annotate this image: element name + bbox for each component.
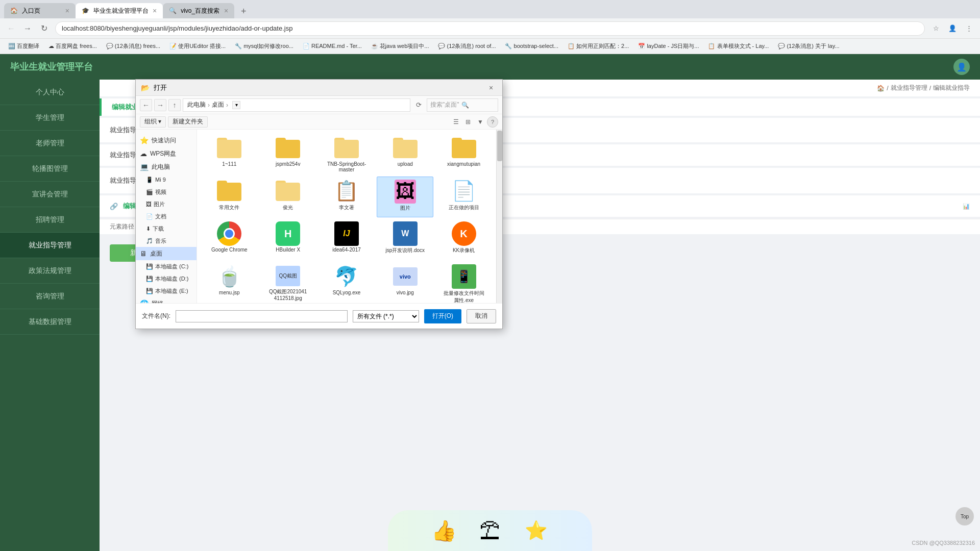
bookmark-3[interactable]: 💬 (12条消息) frees... bbox=[102, 41, 164, 52]
bookmark-10[interactable]: 📋 如何用正则匹配：2... bbox=[564, 41, 633, 52]
path-dropdown[interactable]: ▾ bbox=[232, 101, 240, 109]
path-desktop[interactable]: 桌面 bbox=[212, 101, 224, 109]
path-pc[interactable]: 此电脑 bbox=[187, 101, 206, 109]
nav-picture[interactable]: 🖼图片 bbox=[136, 198, 197, 210]
file-item-sqlyog[interactable]: 🐬 SQLyog.exe bbox=[318, 262, 375, 303]
sidebar-item-personal[interactable]: 个人中心 bbox=[0, 80, 100, 105]
browser-tab-3[interactable]: 🔍 vivo_百度搜索 × bbox=[163, 3, 234, 18]
nav-local-c[interactable]: 💾本地磁盘 (C:) bbox=[136, 260, 197, 272]
nav-quick-access[interactable]: ⭐快速访问 bbox=[136, 134, 197, 147]
bookmark-8[interactable]: 💬 (12条消息) root of... bbox=[434, 41, 500, 52]
dialog-up-btn[interactable]: ↑ bbox=[168, 99, 181, 111]
dialog-refresh-btn[interactable]: ⟳ bbox=[412, 99, 425, 111]
file-item-jspmb254v[interactable]: jspmb254v bbox=[260, 134, 316, 174]
file-item-batch[interactable]: 📱 批量修改文件时间属性.exe bbox=[435, 262, 492, 303]
file-item-changyong[interactable]: 常用文件 bbox=[201, 177, 258, 217]
nav-local-d[interactable]: 💾本地磁盘 (D:) bbox=[136, 272, 197, 285]
bookmark-2[interactable]: ☁ 百度网盘 frees... bbox=[44, 41, 101, 52]
file-item-xiangmu[interactable]: xiangmutupian bbox=[435, 134, 492, 174]
address-bar[interactable]: localhost:8080/biyeshengjuyeguanli/jsp/m… bbox=[55, 21, 925, 36]
sidebar-item-student[interactable]: 学生管理 bbox=[0, 105, 100, 131]
breadcrumb-home[interactable]: 🏠 bbox=[877, 85, 885, 92]
bookmark-1[interactable]: 🔤 百度翻译 bbox=[4, 41, 43, 52]
bookmark-12[interactable]: 📋 表单模块文式 - Lay... bbox=[704, 41, 773, 52]
nav-download[interactable]: ⬇下载 bbox=[136, 222, 197, 235]
sidebar-item-teacher[interactable]: 老师管理 bbox=[0, 131, 100, 156]
nav-network[interactable]: 🌐网络 bbox=[136, 297, 197, 303]
sidebar-item-recruit[interactable]: 招聘管理 bbox=[0, 207, 100, 233]
nav-music[interactable]: 🎵音乐 bbox=[136, 235, 197, 247]
sidebar-item-consult[interactable]: 咨询管理 bbox=[0, 284, 100, 309]
bookmark-button[interactable]: ☆ bbox=[929, 21, 943, 36]
new-folder-button[interactable]: 新建文件夹 bbox=[168, 116, 208, 128]
bookmark-13[interactable]: 💬 (12条消息) 关于 lay... bbox=[774, 41, 843, 52]
file-item-picture[interactable]: 🖼 图片 bbox=[377, 177, 433, 217]
file-item-menujsp[interactable]: 🍵 menu.jsp bbox=[201, 262, 258, 303]
forward-button[interactable]: → bbox=[20, 21, 35, 36]
browser-tab-2[interactable]: 🎓 毕业生就业管理平台 × bbox=[76, 3, 163, 18]
nav-local-e[interactable]: 💾本地磁盘 (E:) bbox=[136, 285, 197, 297]
file-item-wps-doc[interactable]: W jsp开发说明.docx bbox=[377, 219, 433, 260]
file-item-chrome[interactable]: Google Chrome bbox=[201, 219, 258, 260]
bookmark-7[interactable]: ☕ 花java web项目中... bbox=[367, 41, 433, 52]
file-item-upload[interactable]: upload bbox=[377, 134, 433, 174]
scroll-top-button[interactable]: Top bbox=[955, 507, 974, 525]
dialog-search[interactable]: 搜索"桌面" 🔍 bbox=[427, 98, 498, 112]
sidebar-item-carousel[interactable]: 轮播图管理 bbox=[0, 156, 100, 182]
tab3-close[interactable]: × bbox=[224, 7, 228, 15]
bookmark-9[interactable]: 🔧 bootstrap-select... bbox=[501, 41, 562, 52]
dialog-ok-button[interactable]: 打开(O) bbox=[424, 309, 461, 323]
browser-tab-1[interactable]: 🏠 入口页 × bbox=[4, 3, 76, 18]
dialog-scrollbar[interactable] bbox=[496, 130, 502, 303]
nav-doc[interactable]: 📄文档 bbox=[136, 210, 197, 222]
nav-video[interactable]: 🎬视频 bbox=[136, 186, 197, 198]
scrollbar-thumb[interactable] bbox=[497, 131, 502, 161]
new-tab-button[interactable]: + bbox=[236, 4, 251, 18]
nav-mi9[interactable]: 📱Mi 9 bbox=[136, 173, 197, 186]
refresh-button[interactable]: ↻ bbox=[37, 21, 51, 36]
dialog-cancel-button[interactable]: 取消 bbox=[467, 309, 496, 323]
like-button[interactable]: 👍 bbox=[429, 515, 459, 546]
organize-button[interactable]: 组织 ▾ bbox=[140, 116, 166, 128]
nav-desktop[interactable]: 🖥桌面 bbox=[136, 247, 197, 260]
file-item-hbuilder[interactable]: H HBuilder X bbox=[260, 219, 316, 260]
dialog-forward-btn[interactable]: → bbox=[154, 99, 166, 111]
bookmark-5[interactable]: 🔧 mysql如何修改roo... bbox=[231, 41, 298, 52]
breadcrumb-guidance[interactable]: 就业指导管理 bbox=[891, 84, 927, 92]
file-item-jungguang[interactable]: 俊光 bbox=[260, 177, 316, 217]
tab1-close[interactable]: × bbox=[65, 7, 69, 15]
back-button[interactable]: ← bbox=[4, 21, 18, 36]
file-item-kk[interactable]: K KK录像机 bbox=[435, 219, 492, 260]
dialog-back-btn[interactable]: ← bbox=[140, 99, 152, 111]
sidebar-item-announce[interactable]: 宣讲会管理 bbox=[0, 182, 100, 207]
star-button[interactable]: ⭐ bbox=[521, 515, 551, 546]
bookmark-11[interactable]: 📅 layDate - JS日期与... bbox=[634, 41, 703, 52]
filename-11: Google Chrome bbox=[211, 247, 248, 253]
dialog-close-button[interactable]: × bbox=[485, 82, 497, 94]
help-button[interactable]: ? bbox=[487, 116, 498, 128]
nav-wps[interactable]: ☁WPS网盘 bbox=[136, 147, 197, 160]
sidebar-item-basic[interactable]: 基础数据管理 bbox=[0, 309, 100, 335]
nav-pc[interactable]: 💻此电脑 bbox=[136, 160, 197, 173]
file-item-vivo[interactable]: vivo vivo.jpg bbox=[377, 262, 433, 303]
settings-button[interactable]: ⋮ bbox=[962, 21, 976, 36]
file-item-qq-img[interactable]: QQ截图 QQ截图20210414112518.jpg bbox=[260, 262, 316, 303]
view-grid-btn[interactable]: ⊞ bbox=[462, 116, 474, 128]
view-details-btn[interactable]: ▼ bbox=[475, 116, 486, 128]
filename-input[interactable] bbox=[176, 310, 348, 322]
sidebar-item-guidance[interactable]: 就业指导管理 bbox=[0, 233, 100, 258]
bookmark-4[interactable]: 📝 使用UEditor 搭接... bbox=[165, 41, 230, 52]
file-item-idea[interactable]: IJ idea64-2017 bbox=[318, 219, 375, 260]
sidebar-item-policy[interactable]: 政策法规管理 bbox=[0, 258, 100, 284]
file-item-project[interactable]: 📄 正在做的项目 bbox=[435, 177, 492, 217]
user-avatar[interactable]: 👤 bbox=[953, 59, 970, 75]
profile-button[interactable]: 👤 bbox=[945, 21, 960, 36]
file-item-1-111[interactable]: 1~111 bbox=[201, 134, 258, 174]
view-list-btn[interactable]: ☰ bbox=[450, 116, 461, 128]
file-item-tnb[interactable]: TNB-SpringBoot-master bbox=[318, 134, 375, 174]
tab2-close[interactable]: × bbox=[153, 7, 157, 15]
filetype-select[interactable]: 所有文件 (*.*) bbox=[353, 310, 419, 322]
share-button[interactable]: ⛱ bbox=[475, 515, 505, 546]
bookmark-6[interactable]: 📄 README.md - Ter... bbox=[299, 41, 366, 52]
file-item-liwenzhu[interactable]: 📋 李文著 bbox=[318, 177, 375, 217]
